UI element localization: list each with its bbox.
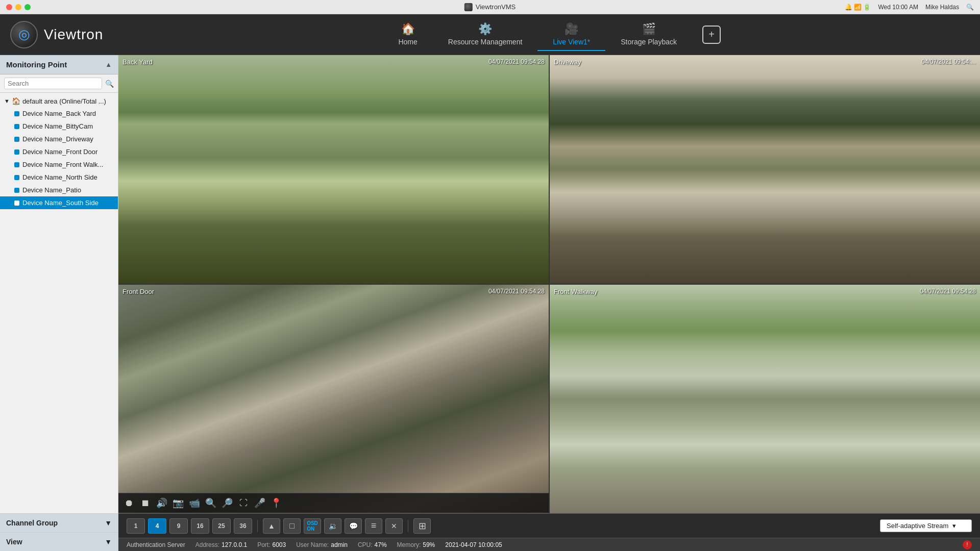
cam-record-icon[interactable]: 📹 <box>188 496 201 510</box>
device-item-bittycam[interactable]: Device Name_BittyCam <box>0 120 118 133</box>
stream-chevron: ▾ <box>952 522 956 530</box>
camera-backyard-label: Back Yard <box>122 58 153 66</box>
mic-icon[interactable]: 🎤 <box>253 496 266 510</box>
layout-9-button[interactable]: 9 <box>169 518 188 534</box>
channel-group-chevron: ▼ <box>105 519 112 527</box>
user-label: User Name: <box>296 541 329 548</box>
rec-icon[interactable]: ⏺ <box>122 496 136 510</box>
layout-36-button[interactable]: 36 <box>234 518 252 534</box>
location-icon[interactable]: 📍 <box>270 496 283 510</box>
house-icon: 🏠 <box>12 97 20 105</box>
osd-button[interactable]: OSDON <box>304 518 321 534</box>
maximize-dot[interactable] <box>24 4 31 10</box>
status-bar: Authentication Server Address: 127.0.0.1… <box>118 538 980 551</box>
monitoring-point-header[interactable]: Monitoring Point ▲ <box>0 55 118 74</box>
camera-frontwalk[interactable]: Front Walkway 04/07/2021 09:54:28 <box>550 285 980 513</box>
zoom-in-icon[interactable]: 🔍 <box>204 496 217 510</box>
fullscreen-icon[interactable]: ⛶ <box>237 496 250 510</box>
search-icon[interactable]: 🔍 <box>966 4 974 11</box>
address-value: 127.0.0.1 <box>222 541 247 548</box>
nav-storage[interactable]: 🎬 Storage Playback <box>605 18 692 51</box>
layout-25-button[interactable]: 25 <box>212 518 231 534</box>
close-dot[interactable] <box>6 4 12 10</box>
device-label: Device Name_Patio <box>22 186 81 194</box>
cpu-label: CPU: <box>358 541 373 548</box>
layout-1-button[interactable]: 1 <box>127 518 145 534</box>
logo-icon: ◎ <box>10 21 38 48</box>
nav-resource[interactable]: ⚙️ Resource Management <box>433 18 538 51</box>
tree-root-item[interactable]: ▼ 🏠 default area (Online/Total ...) <box>0 95 118 107</box>
device-tree: ▼ 🏠 default area (Online/Total ...) Devi… <box>0 93 118 513</box>
device-list: Device Name_Back YardDevice Name_BittyCa… <box>0 107 118 209</box>
monitoring-point-chevron[interactable]: ▲ <box>105 61 112 68</box>
cam-dot <box>14 162 19 167</box>
home-icon: 🏠 <box>401 22 415 36</box>
status-datetime: 2021-04-07 10:00:05 <box>445 541 502 548</box>
cam-dot <box>14 137 19 142</box>
system-icons: 🔔 📶 🔋 <box>845 4 871 11</box>
device-item-frontdoor[interactable]: Device Name_Front Door <box>0 145 118 158</box>
mac-titlebar: ViewtronVMS 🔔 📶 🔋 Wed 10:00 AM Mike Hald… <box>0 0 980 14</box>
search-icon[interactable]: 🔍 <box>105 80 114 88</box>
device-label: Device Name_Front Door <box>22 148 97 156</box>
view-header[interactable]: View ▼ <box>0 533 118 551</box>
main-content: Monitoring Point ▲ 🔍 ▼ 🏠 default area (O… <box>0 55 980 551</box>
nav-home[interactable]: 🏠 Home <box>383 18 432 51</box>
datetime: Wed 10:00 AM <box>878 4 918 11</box>
status-alert-dot[interactable]: ! <box>963 540 972 549</box>
layout-16-button[interactable]: 16 <box>191 518 209 534</box>
window-controls[interactable] <box>6 4 31 10</box>
audio-back-icon[interactable]: 🔊 <box>155 496 168 510</box>
camera-driveway[interactable]: Driveway 04/07/2021 09:54:... <box>550 55 980 284</box>
stop-icon[interactable]: ⏹ <box>139 496 152 510</box>
channel-group-section: Channel Group ▼ <box>0 513 118 532</box>
layout-4-button[interactable]: 4 <box>148 518 166 534</box>
device-item-backyard[interactable]: Device Name_Back Yard <box>0 107 118 120</box>
separator-1 <box>257 520 258 532</box>
monitoring-point-title: Monitoring Point <box>6 60 67 69</box>
zoom-out-icon[interactable]: 🔎 <box>220 496 234 510</box>
camera-area: Back Yard 04/07/2021 09:54:28 Driveway 0… <box>118 55 980 551</box>
talk-button[interactable]: 💬 <box>345 518 362 534</box>
device-item-southside[interactable]: Device Name_South Side <box>0 196 118 209</box>
username: Mike Haldas <box>925 4 959 11</box>
search-bar: 🔍 <box>0 74 118 93</box>
app-name: ViewtronVMS <box>476 3 516 11</box>
close-button[interactable]: ✕ <box>385 518 403 534</box>
device-item-driveway[interactable]: Device Name_Driveway <box>0 133 118 145</box>
sequence-button[interactable]: ≡ <box>365 518 382 534</box>
prev-button[interactable]: ▲ <box>263 518 280 534</box>
device-item-frontwalk[interactable]: Device Name_Front Walk... <box>0 158 118 171</box>
memory-item: Memory: 59% <box>397 541 435 548</box>
sidebar: Monitoring Point ▲ 🔍 ▼ 🏠 default area (O… <box>0 55 118 551</box>
port-label: Port: <box>257 541 270 548</box>
camera-driveway-label: Driveway <box>554 58 581 66</box>
view-chevron: ▼ <box>105 538 112 546</box>
view-title: View <box>6 538 22 546</box>
camera-driveway-timestamp: 04/07/2021 09:54:... <box>921 58 976 65</box>
camera-frontdoor[interactable]: Front Door 04/07/2021 09:54:28 ⏺ ⏹ 🔊 📷 📹… <box>118 285 549 513</box>
tree-root-label: default area (Online/Total ...) <box>22 97 106 105</box>
single-view-button[interactable]: □ <box>283 518 301 534</box>
nav-live-label: Live View1* <box>553 38 590 46</box>
channel-group-header[interactable]: Channel Group ▼ <box>0 514 118 532</box>
stream-selector[interactable]: Self-adaptive Stream ▾ <box>880 519 972 532</box>
minimize-dot[interactable] <box>15 4 21 10</box>
add-view-button[interactable]: + <box>702 26 721 44</box>
port-item: Port: 6003 <box>257 541 286 548</box>
view-section: View ▼ <box>0 532 118 551</box>
nav-live[interactable]: 🎥 Live View1* <box>537 18 605 51</box>
snapshot-icon[interactable]: 📷 <box>172 496 185 510</box>
camera-frontdoor-label: Front Door <box>122 288 154 295</box>
audio-ctrl-button[interactable]: 🔉 <box>324 518 341 534</box>
search-input[interactable] <box>4 78 102 89</box>
camera-backyard[interactable]: Back Yard 04/07/2021 09:54:28 <box>118 55 549 284</box>
camera-frontdoor-timestamp: 04/07/2021 09:54:28 <box>488 288 545 295</box>
layout-extra-button[interactable]: ⊞ <box>413 518 431 534</box>
storage-icon: 🎬 <box>642 22 656 36</box>
nav-storage-label: Storage Playback <box>621 38 677 46</box>
device-label: Device Name_Driveway <box>22 135 93 143</box>
device-item-northside[interactable]: Device Name_North Side <box>0 171 118 184</box>
device-label: Device Name_Front Walk... <box>22 161 103 168</box>
device-item-patio[interactable]: Device Name_Patio <box>0 184 118 196</box>
